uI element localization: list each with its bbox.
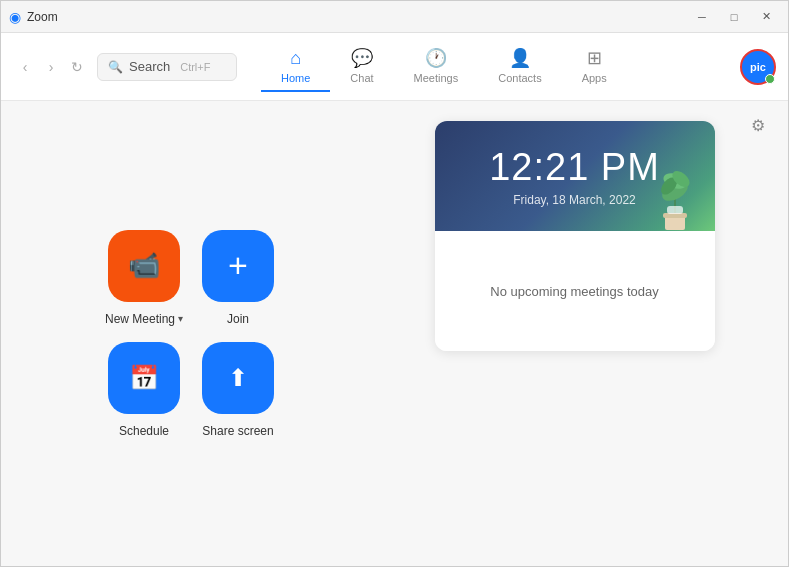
main-content: ⚙ 📹 New Meeting ▾ + — [1, 101, 788, 566]
share-screen-label: Share screen — [202, 424, 273, 438]
clock-time: 12:21 PM — [489, 146, 660, 189]
contacts-icon: 👤 — [509, 47, 531, 69]
meetings-section: No upcoming meetings today — [435, 231, 715, 351]
tab-chat[interactable]: 💬 Chat — [330, 41, 393, 92]
avatar[interactable]: pic — [740, 49, 776, 85]
nav-tabs: ⌂ Home 💬 Chat 🕐 Meetings 👤 Contacts ⊞ Ap… — [261, 41, 732, 92]
tab-meetings[interactable]: 🕐 Meetings — [394, 41, 479, 92]
zoom-window: ◉ Zoom ─ □ ✕ ‹ › ↻ 🔍 Search Ctrl+F ⌂ Hom… — [0, 0, 789, 567]
home-icon: ⌂ — [290, 48, 301, 69]
forward-button[interactable]: › — [39, 55, 63, 79]
zoom-icon: ◉ — [9, 9, 21, 25]
calendar-icon: 📅 — [129, 364, 159, 392]
dropdown-arrow-icon: ▾ — [178, 313, 183, 324]
search-box[interactable]: 🔍 Search Ctrl+F — [97, 53, 237, 81]
maximize-button[interactable]: □ — [720, 7, 748, 27]
calendar-widget: 12:21 PM Friday, 18 March, 2022 No upcom… — [435, 121, 715, 351]
action-schedule[interactable]: 📅 Schedule — [105, 342, 183, 438]
chat-icon: 💬 — [351, 47, 373, 69]
back-button[interactable]: ‹ — [13, 55, 37, 79]
tab-contacts-label: Contacts — [498, 72, 541, 84]
nav-arrows: ‹ › ↻ — [13, 55, 89, 79]
search-label: Search — [129, 59, 170, 74]
actions-grid: 📹 New Meeting ▾ + Join — [105, 230, 277, 438]
profile-area: pic — [740, 49, 776, 85]
new-meeting-label: New Meeting ▾ — [105, 312, 183, 326]
tab-home[interactable]: ⌂ Home — [261, 42, 330, 92]
close-button[interactable]: ✕ — [752, 7, 780, 27]
title-bar-left: ◉ Zoom — [9, 9, 58, 25]
plant-decoration — [645, 151, 705, 231]
schedule-label: Schedule — [119, 424, 169, 438]
minimize-button[interactable]: ─ — [688, 7, 716, 27]
toolbar: ‹ › ↻ 🔍 Search Ctrl+F ⌂ Home 💬 Chat 🕐 Me… — [1, 33, 788, 101]
left-panel: 📹 New Meeting ▾ + Join — [1, 101, 381, 566]
tab-contacts[interactable]: 👤 Contacts — [478, 41, 561, 92]
join-button[interactable]: + — [202, 230, 274, 302]
new-meeting-button[interactable]: 📹 — [108, 230, 180, 302]
clock-date: Friday, 18 March, 2022 — [513, 193, 636, 207]
refresh-button[interactable]: ↻ — [65, 55, 89, 79]
tab-home-label: Home — [281, 72, 310, 84]
search-icon: 🔍 — [108, 60, 123, 74]
tab-chat-label: Chat — [350, 72, 373, 84]
video-icon: 📹 — [128, 250, 160, 281]
action-new-meeting[interactable]: 📹 New Meeting ▾ — [105, 230, 183, 326]
svg-rect-0 — [665, 216, 685, 230]
svg-rect-7 — [667, 206, 683, 214]
no-meetings-text: No upcoming meetings today — [490, 284, 658, 299]
right-panel: 12:21 PM Friday, 18 March, 2022 No upcom… — [381, 101, 788, 566]
tab-apps[interactable]: ⊞ Apps — [562, 41, 627, 92]
share-icon: ⬆ — [228, 364, 248, 392]
join-label: Join — [227, 312, 249, 326]
tab-meetings-label: Meetings — [414, 72, 459, 84]
search-shortcut: Ctrl+F — [180, 61, 210, 73]
settings-button[interactable]: ⚙ — [744, 111, 772, 139]
share-screen-button[interactable]: ⬆ — [202, 342, 274, 414]
title-bar-controls: ─ □ ✕ — [688, 7, 780, 27]
online-status-dot — [765, 74, 775, 84]
schedule-button[interactable]: 📅 — [108, 342, 180, 414]
clock-icon: 🕐 — [425, 47, 447, 69]
clock-header: 12:21 PM Friday, 18 March, 2022 — [435, 121, 715, 231]
window-title: Zoom — [27, 10, 58, 24]
tab-apps-label: Apps — [582, 72, 607, 84]
avatar-initials: pic — [750, 61, 766, 73]
title-bar: ◉ Zoom ─ □ ✕ — [1, 1, 788, 33]
plus-icon: + — [228, 246, 248, 285]
apps-icon: ⊞ — [587, 47, 602, 69]
action-join[interactable]: + Join — [199, 230, 277, 326]
action-share-screen[interactable]: ⬆ Share screen — [199, 342, 277, 438]
